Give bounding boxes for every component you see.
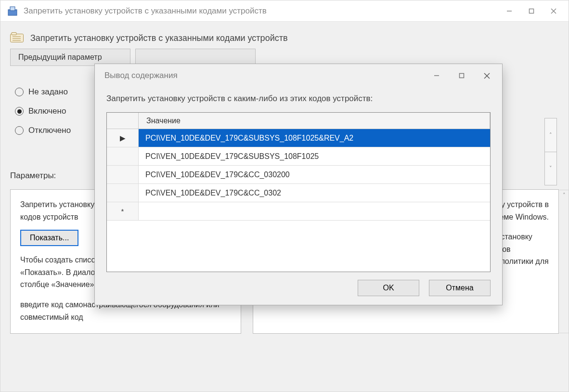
grid-row[interactable]: * — [107, 202, 490, 221]
row-indicator: ▶ — [107, 129, 139, 147]
value-column-header[interactable]: Значение — [139, 113, 490, 129]
radio-icon — [15, 126, 24, 135]
policy-icon — [7, 6, 18, 16]
row-indicator — [107, 147, 139, 165]
close-button[interactable] — [543, 0, 565, 22]
ok-button[interactable]: OK — [358, 280, 419, 296]
row-value[interactable]: PCI\VEN_10DE&DEV_179C&CC_0302 — [139, 184, 490, 202]
radio-label: Не задано — [28, 87, 68, 97]
dialog-maximize-button[interactable] — [449, 64, 474, 87]
show-list-button[interactable]: Показать... — [20, 230, 78, 246]
radio-label: Включено — [28, 106, 66, 116]
radio-icon — [15, 107, 24, 116]
policy-title: Запретить установку устройств с указанны… — [30, 33, 288, 43]
row-value[interactable]: PCI\VEN_10DE&DEV_179C&CC_030200 — [139, 166, 490, 183]
svg-rect-12 — [460, 74, 464, 78]
minimize-button[interactable] — [498, 0, 520, 22]
dialog-button-row: OK Отмена — [95, 272, 502, 305]
chevron-down-icon: ˅ — [545, 152, 556, 185]
row-indicator-column — [107, 113, 139, 129]
grid-row[interactable]: PCI\VEN_10DE&DEV_179C&CC_0302 — [107, 184, 490, 202]
row-value[interactable]: PCI\VEN_10DE&DEV_179C&SUBSYS_108F1025 — [139, 147, 490, 165]
grid-row[interactable]: PCI\VEN_10DE&DEV_179C&CC_030200 — [107, 166, 490, 184]
svg-rect-6 — [11, 34, 24, 42]
radio-icon — [15, 88, 24, 96]
grid-header: Значение — [107, 113, 490, 129]
svg-rect-7 — [12, 33, 16, 35]
grid-row[interactable]: PCI\VEN_10DE&DEV_179C&SUBSYS_108F1025 — [107, 147, 490, 166]
dialog-title: Вывод содержания — [104, 71, 424, 80]
row-indicator — [107, 166, 139, 183]
maximize-button[interactable] — [520, 0, 543, 22]
row-indicator: * — [107, 202, 139, 220]
grid-row[interactable]: ▶PCI\VEN_10DE&DEV_179C&SUBSYS_108F1025&R… — [107, 129, 490, 147]
dialog-minimize-button[interactable] — [424, 64, 449, 87]
svg-rect-1 — [10, 7, 15, 11]
comment-scrollbar[interactable]: ˄ ˅ — [544, 118, 557, 185]
row-indicator — [107, 184, 139, 202]
settings-header-icon — [10, 32, 24, 44]
device-id-grid[interactable]: Значение ▶PCI\VEN_10DE&DEV_179C&SUBSYS_1… — [106, 112, 491, 272]
row-value[interactable]: PCI\VEN_10DE&DEV_179C&SUBSYS_108F1025&RE… — [139, 129, 490, 147]
help-scrollbar[interactable]: ˄ — [559, 190, 569, 333]
parent-window-title: Запретить установку устройств с указанны… — [24, 6, 498, 16]
dialog-close-button[interactable] — [474, 64, 499, 87]
chevron-up-icon: ˄ — [559, 191, 569, 200]
svg-rect-3 — [530, 9, 534, 13]
row-value[interactable] — [139, 202, 490, 220]
chevron-up-icon: ˄ — [545, 118, 556, 152]
policy-header: Запретить установку устройств с указанны… — [10, 22, 559, 49]
show-contents-dialog: Вывод содержания Запретить установку уст… — [94, 64, 503, 305]
radio-label: Отключено — [28, 126, 71, 135]
cancel-button[interactable]: Отмена — [429, 280, 491, 296]
dialog-subtitle: Запретить установку устройств с каким-ли… — [106, 92, 491, 112]
parent-titlebar: Запретить установку устройств с указанны… — [0, 0, 569, 22]
dialog-titlebar: Вывод содержания — [95, 64, 502, 87]
